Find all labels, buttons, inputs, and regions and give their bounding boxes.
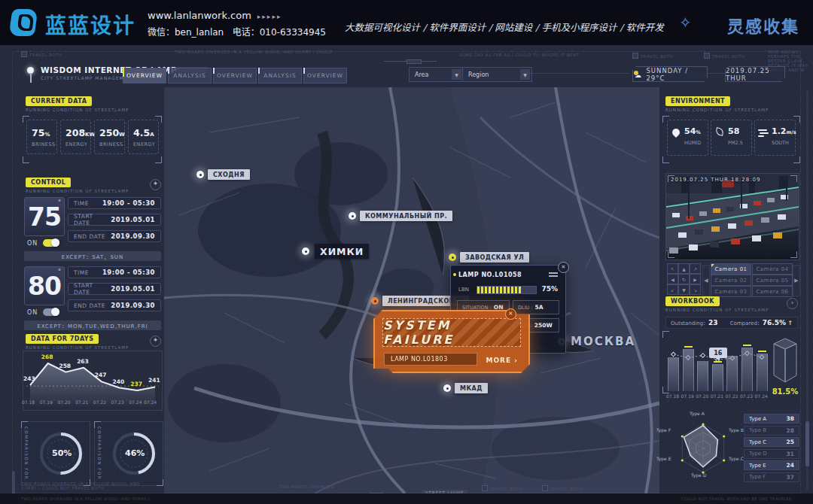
line-chart-7days: 243268258263247240237241 07.1807.1907.20… — [23, 351, 163, 411]
camera-prev-icon[interactable]: ◀ — [702, 265, 710, 296]
camera-button[interactable]: Camera 02 — [711, 275, 751, 286]
tab-analysis-2[interactable]: ANALYSIS — [258, 68, 302, 83]
sliders-icon[interactable] — [549, 272, 558, 278]
schedule-row[interactable]: START DATE2019.05.01 — [68, 214, 161, 226]
map-label[interactable]: ЗАВОДСКАЯ УЛ — [460, 252, 529, 263]
data-point-label: 243 — [23, 375, 35, 382]
camera-next-icon[interactable]: ▶ — [793, 265, 800, 296]
bar[interactable] — [668, 357, 679, 391]
lamp-pin[interactable] — [346, 210, 358, 222]
vertical-slider[interactable] — [12, 471, 15, 496]
pad-arrow-icon[interactable]: ▼ — [678, 284, 690, 295]
schedule-row[interactable]: TIME19:00 - 05:30 — [68, 266, 161, 278]
pad-arrow-icon[interactable]: ↘ — [690, 284, 701, 295]
pad-arrow-icon[interactable]: ◀ — [667, 274, 678, 284]
bar[interactable] — [757, 354, 768, 391]
camera-button[interactable]: Camera 04 — [752, 263, 793, 275]
city-map[interactable]: СХОДНЯ КОММУНАЛЬНЫЙ ПР. ХИМКИ ЗАВОДСКАЯ … — [164, 87, 659, 493]
leaf-icon — [715, 127, 724, 136]
website-link[interactable]: www.lanlanwork.com▸▸▸▸▸ — [148, 10, 282, 21]
pad-arrow-icon[interactable]: ▶ — [690, 274, 701, 284]
tab-overview-3[interactable]: OVERVIEW — [303, 68, 347, 83]
type-row[interactable]: Type C25 — [744, 437, 799, 447]
status-dot — [453, 273, 456, 276]
map-label-moscow[interactable]: МОСКВА — [571, 335, 635, 348]
data-point-label: 247 — [95, 372, 107, 378]
pad-arrow-icon[interactable]: ↖ — [667, 263, 678, 274]
bar[interactable] — [726, 356, 738, 391]
schedule-row[interactable]: END DATE2019.09.30 — [68, 299, 161, 311]
schedule-row[interactable]: END DATE2019.09.30 — [68, 230, 161, 242]
panel-subtitle: RUNNING CONDITION OF STREETLAMP — [665, 308, 769, 312]
power-toggle[interactable] — [43, 239, 59, 247]
panel-subtitle: RUNNING CONDITION OF STREETLAMP — [26, 108, 129, 112]
scrollbar-thumb[interactable] — [805, 421, 809, 466]
region-select[interactable]: Region▼ — [462, 67, 532, 82]
pad-arrow-icon[interactable]: ↻ — [678, 274, 690, 284]
tab-overview-1[interactable]: OVERVIEW — [123, 68, 166, 83]
lamp-pin-failure[interactable] — [369, 295, 381, 307]
header-divider — [531, 73, 630, 74]
comparison-gauge-panel: COMPARISON FOR 50% — [21, 421, 90, 486]
schedule-row[interactable]: TIME19:00 - 05:30 — [68, 197, 161, 209]
decor-checkbox-row: TRAVEL BOTH — [21, 51, 62, 57]
pad-arrow-icon[interactable]: ↗ — [690, 263, 701, 274]
add-control-button[interactable]: ✦ — [150, 179, 161, 190]
axis-tick-label: 07.22 — [725, 393, 738, 399]
map-label[interactable]: МКАД — [455, 383, 488, 393]
type-row[interactable]: Type D31 — [744, 449, 799, 459]
wind-icon — [758, 129, 769, 137]
camera-button[interactable]: Camera 06 — [752, 286, 793, 297]
type-row[interactable]: Type A38 — [744, 414, 799, 424]
map-label[interactable]: СХОДНЯ — [208, 169, 250, 180]
camera-button[interactable]: Camera 05 — [752, 275, 793, 286]
sun-cloud-icon: ☁ — [633, 71, 642, 78]
radar-axis-label: Type F — [656, 427, 671, 433]
bar[interactable] — [712, 364, 723, 391]
more-link[interactable]: MORE › — [486, 357, 518, 364]
failure-lamp-id: LAMP NO.L01803 — [384, 353, 477, 366]
lamp-pin[interactable] — [441, 382, 453, 394]
radar-axis-label: Type B — [729, 427, 744, 433]
bar[interactable] — [697, 361, 708, 391]
type-row[interactable]: Type B28 — [744, 426, 799, 436]
lamp-pin[interactable] — [300, 245, 312, 257]
workbook-next-button[interactable]: › — [787, 298, 798, 309]
workbook-percent: 81.5% — [771, 387, 799, 396]
schedule-row[interactable]: START DATE2019.05.01 — [68, 283, 161, 295]
lamp-pin-alert[interactable] — [446, 251, 458, 263]
area-select[interactable]: Area▼ — [409, 67, 464, 82]
tab-analysis-1[interactable]: ANALYSIS — [168, 68, 212, 83]
tab-overview-2[interactable]: OVERVIEW — [213, 68, 257, 83]
workbook-bar-chart: 16 — [667, 334, 771, 391]
axis-tick-label: 07.20 — [696, 393, 708, 399]
map-label[interactable]: КОММУНАЛЬНЫЙ ПР. — [360, 211, 452, 221]
panel-subtitle: RUNNING CONDITION OF STREETLAMP — [26, 345, 129, 350]
bar[interactable] — [683, 349, 694, 391]
droplet-icon — [671, 127, 681, 138]
pad-arrow-icon[interactable]: ↙ — [667, 284, 678, 295]
dashboard: СХОДНЯ КОММУНАЛЬНЫЙ ПР. ХИМКИ ЗАВОДСКАЯ … — [0, 45, 813, 504]
camera-button[interactable]: Camera 03 — [711, 286, 751, 297]
header-divider — [708, 73, 724, 74]
type-row[interactable]: Type E24 — [744, 460, 799, 470]
type-row[interactable]: Type F37 — [744, 472, 799, 482]
close-icon[interactable]: ✕ — [558, 262, 569, 273]
axis-tick-label: 07.18 — [666, 393, 679, 399]
camera-button[interactable]: Camera 01 — [711, 263, 751, 275]
pad-arrow-icon[interactable]: ▲ — [678, 263, 690, 274]
power-toggle[interactable] — [43, 308, 59, 316]
close-icon[interactable]: ✕ — [505, 308, 516, 320]
bar[interactable] — [741, 348, 753, 391]
axis-tick-label: 07.18 — [22, 399, 35, 405]
axis-tick-label: 07.24 — [129, 399, 142, 405]
lamp-pin[interactable] — [194, 169, 206, 181]
expand-chart-button[interactable]: ✦ — [150, 335, 161, 347]
traffic-camera-feed[interactable]: 2019.07.25 THUR 18:28:09 — [665, 173, 799, 260]
stat-card: 250WBRINESS — [94, 120, 125, 154]
map-label[interactable]: ХИМКИ — [315, 244, 369, 259]
comparison-gauge-panel: COMPARISON FOR 46% — [94, 421, 163, 486]
chevron-down-icon: ▼ — [452, 69, 461, 80]
axis-tick-label: 07.20 — [57, 399, 70, 405]
system-failure-alert: SYSTEM FAILURE LAMP NO.L01803 MORE › ✕ — [373, 310, 530, 373]
